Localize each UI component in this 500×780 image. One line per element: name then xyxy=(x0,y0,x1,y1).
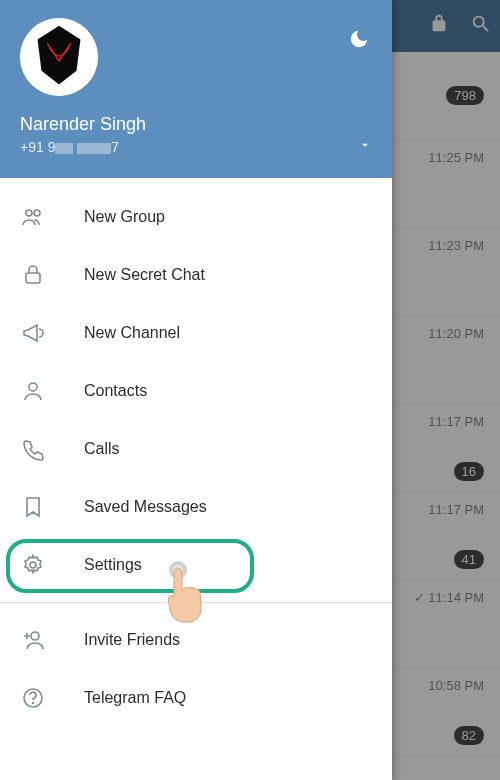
add-person-icon xyxy=(20,627,46,653)
menu-label: Saved Messages xyxy=(84,498,207,516)
user-phone: +91 9 7 xyxy=(20,139,372,155)
menu-calls[interactable]: Calls xyxy=(0,420,392,478)
svg-point-4 xyxy=(29,383,37,391)
svg-point-6 xyxy=(31,632,39,640)
svg-rect-3 xyxy=(26,273,40,283)
svg-point-1 xyxy=(26,210,32,216)
menu-saved-messages[interactable]: Saved Messages xyxy=(0,478,392,536)
megaphone-icon xyxy=(20,320,46,346)
avatar[interactable] xyxy=(20,18,98,96)
menu-new-group[interactable]: New Group xyxy=(0,188,392,246)
svg-point-8 xyxy=(33,703,34,704)
menu-label: Invite Friends xyxy=(84,631,180,649)
chevron-down-icon xyxy=(358,138,372,155)
account-expand[interactable] xyxy=(358,138,372,156)
menu-new-secret-chat[interactable]: New Secret Chat xyxy=(0,246,392,304)
menu-label: Calls xyxy=(84,440,120,458)
person-icon xyxy=(20,378,46,404)
user-name: Narender Singh xyxy=(20,114,372,135)
menu-label: New Secret Chat xyxy=(84,266,205,284)
menu-invite-friends[interactable]: Invite Friends xyxy=(0,611,392,669)
menu-settings[interactable]: Settings xyxy=(0,536,392,594)
navigation-drawer: Narender Singh +91 9 7 New Group New Sec… xyxy=(0,0,392,780)
svg-point-5 xyxy=(30,562,36,568)
menu-label: New Group xyxy=(84,208,165,226)
bookmark-icon xyxy=(20,494,46,520)
svg-point-2 xyxy=(34,210,40,216)
redacted xyxy=(77,143,111,154)
drawer-menu: New Group New Secret Chat New Channel Co… xyxy=(0,178,392,780)
menu-label: Telegram FAQ xyxy=(84,689,186,707)
night-mode-toggle[interactable] xyxy=(348,28,370,54)
menu-new-channel[interactable]: New Channel xyxy=(0,304,392,362)
moon-icon xyxy=(348,36,370,53)
menu-divider xyxy=(0,602,392,603)
help-icon xyxy=(20,685,46,711)
menu-contacts[interactable]: Contacts xyxy=(0,362,392,420)
menu-label: Settings xyxy=(84,556,142,574)
group-icon xyxy=(20,204,46,230)
drawer-header: Narender Singh +91 9 7 xyxy=(0,0,392,178)
menu-label: Contacts xyxy=(84,382,147,400)
gear-icon xyxy=(20,552,46,578)
redacted xyxy=(55,143,73,154)
menu-label: New Channel xyxy=(84,324,180,342)
menu-telegram-faq[interactable]: Telegram FAQ xyxy=(0,669,392,727)
phone-icon xyxy=(20,436,46,462)
lock-icon xyxy=(20,262,46,288)
